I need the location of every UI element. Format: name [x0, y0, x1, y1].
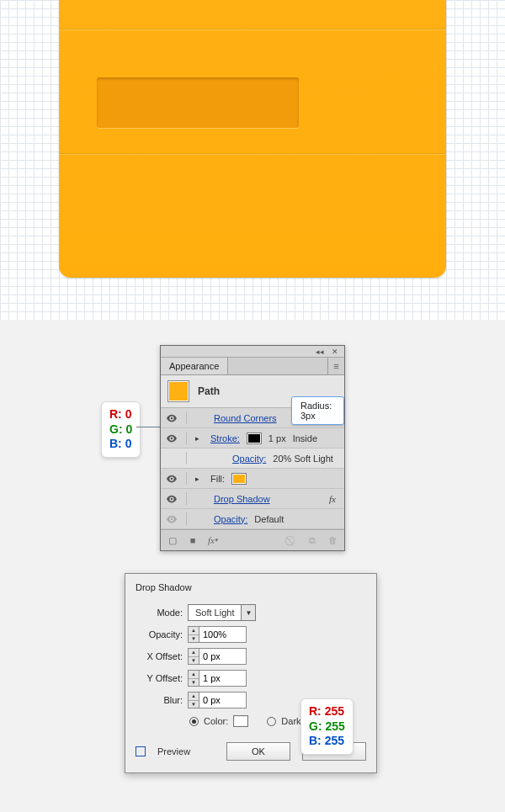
round-corners-link[interactable]: Round Corners — [214, 413, 277, 423]
envelope-fold-top — [59, 29, 446, 29]
visibility-toggle[interactable] — [166, 513, 178, 525]
spin-up-icon[interactable]: ▲ — [189, 649, 199, 657]
fill-color-swatch[interactable] — [231, 473, 247, 485]
target-swatch[interactable] — [167, 380, 189, 402]
radius-tooltip: Radius: 3px — [291, 396, 344, 425]
appearance-panel: ◂◂ ✕ Appearance ≡ Path Round Corners ▸ S… — [160, 345, 345, 551]
delete-icon[interactable]: 🗑 — [326, 533, 339, 547]
ok-button[interactable]: OK — [226, 742, 290, 761]
panel-close-icon[interactable]: ✕ — [329, 348, 341, 356]
stroke-align: Inside — [293, 433, 317, 443]
svg-point-0 — [171, 417, 173, 418]
blur-input[interactable] — [199, 692, 247, 709]
color-label: Color: — [204, 716, 228, 726]
fx-badge: fx — [329, 494, 339, 504]
xoffset-label: X Offset: — [136, 651, 183, 661]
yoffset-input[interactable] — [199, 670, 247, 687]
panel-stage: R: 0 G: 0 B: 0 ◂◂ ✕ Appearance ≡ Path Ro… — [0, 345, 505, 799]
spin-down-icon[interactable]: ▼ — [189, 657, 199, 665]
target-label: Path — [198, 385, 220, 397]
mode-label: Mode: — [136, 608, 183, 618]
panel-menu-icon[interactable]: ≡ — [327, 358, 344, 374]
stroke-weight[interactable]: 1 px — [268, 433, 286, 443]
visibility-toggle[interactable] — [166, 473, 178, 485]
opacity-input[interactable] — [199, 626, 247, 643]
visibility-toggle[interactable] — [166, 433, 178, 444]
row-stroke-opacity[interactable]: Opacity: 20% Soft Light — [161, 448, 344, 469]
color-swatch[interactable] — [233, 715, 248, 727]
opacity-link[interactable]: Opacity: — [214, 514, 247, 524]
row-opacity[interactable]: Opacity: Default — [161, 509, 344, 529]
rgb-g: G: 255 — [309, 719, 345, 735]
rgb-b: B: 255 — [309, 734, 345, 749]
panel-titlebar: ◂◂ ✕ — [161, 346, 344, 358]
stroke-color-swatch[interactable] — [247, 433, 262, 444]
row-xoffset: X Offset: ▲▼ — [136, 648, 366, 665]
panel-footer: ▢ ■ fx▾ ⃠ ⧉ 🗑 — [161, 529, 344, 550]
envelope-shape — [59, 0, 446, 278]
preview-checkbox[interactable] — [136, 746, 146, 756]
darkness-radio[interactable] — [267, 717, 276, 726]
stroke-rgb-callout: R: 0 G: 0 B: 0 — [101, 401, 141, 458]
new-fill-icon[interactable]: ■ — [186, 533, 199, 547]
spin-down-icon[interactable]: ▼ — [189, 701, 199, 709]
stroke-link[interactable]: Stroke: — [210, 433, 240, 443]
panel-tabstrip: Appearance ≡ — [161, 358, 344, 375]
color-radio[interactable] — [189, 717, 199, 726]
xoffset-input[interactable] — [199, 648, 247, 665]
mode-select[interactable]: Soft Light ▼ — [188, 604, 256, 621]
visibility-toggle[interactable] — [166, 493, 178, 505]
drop-shadow-link[interactable]: Drop Shadow — [214, 494, 270, 504]
mode-value: Soft Light — [189, 608, 241, 618]
preview-label: Preview — [157, 746, 190, 756]
row-mode: Mode: Soft Light ▼ — [136, 604, 366, 621]
chevron-down-icon[interactable]: ▼ — [241, 605, 255, 620]
disclosure-icon[interactable]: ▸ — [195, 434, 204, 443]
svg-point-3 — [171, 497, 173, 499]
row-fill[interactable]: ▸ Fill: — [161, 469, 344, 489]
fill-label: Fill: — [210, 474, 225, 484]
envelope-window — [97, 77, 299, 128]
spin-up-icon[interactable]: ▲ — [189, 627, 199, 635]
rgb-r: R: 255 — [309, 704, 345, 719]
dialog-title: Drop Shadow — [136, 582, 366, 592]
opacity-label: Opacity: — [136, 629, 183, 640]
opacity-spinner[interactable]: ▲▼ — [188, 626, 247, 643]
visibility-toggle[interactable] — [166, 412, 178, 424]
new-stroke-icon[interactable]: ▢ — [166, 533, 179, 547]
svg-point-4 — [171, 517, 173, 519]
clear-appearance-icon[interactable]: ⃠ — [285, 533, 299, 547]
stroke-opacity-link[interactable]: Opacity: — [232, 454, 266, 464]
spin-up-icon[interactable]: ▲ — [189, 671, 199, 679]
xoffset-spinner[interactable]: ▲▼ — [188, 648, 247, 665]
disclosure-icon[interactable]: ▸ — [195, 475, 204, 483]
yoffset-spinner[interactable]: ▲▼ — [188, 670, 247, 687]
rgb-b: B: 0 — [109, 437, 132, 452]
spin-up-icon[interactable]: ▲ — [189, 693, 199, 701]
spin-down-icon[interactable]: ▼ — [189, 679, 199, 687]
row-drop-shadow[interactable]: Drop Shadow fx — [161, 489, 344, 509]
duplicate-icon[interactable]: ⧉ — [306, 533, 319, 547]
opacity-value: Default — [254, 514, 284, 524]
panel-collapse-icon[interactable]: ◂◂ — [314, 348, 326, 356]
blur-label: Blur: — [136, 695, 183, 705]
svg-point-1 — [171, 437, 173, 438]
shadow-rgb-callout: R: 255 G: 255 B: 255 — [300, 698, 354, 755]
yoffset-label: Y Offset: — [136, 673, 183, 683]
blur-spinner[interactable]: ▲▼ — [188, 692, 247, 709]
spin-down-icon[interactable]: ▼ — [189, 635, 199, 643]
rgb-r: R: 0 — [109, 407, 132, 422]
row-yoffset: Y Offset: ▲▼ — [136, 670, 366, 687]
row-opacity: Opacity: ▲▼ — [136, 626, 366, 643]
add-effect-icon[interactable]: fx▾ — [206, 533, 220, 547]
stroke-opacity-value: 20% Soft Light — [273, 454, 333, 464]
tab-appearance[interactable]: Appearance — [161, 358, 228, 374]
svg-point-2 — [171, 477, 173, 479]
drop-shadow-dialog: Drop Shadow Mode: Soft Light ▼ Opacity: … — [125, 573, 377, 773]
envelope-fold-bottom — [59, 153, 446, 154]
row-stroke[interactable]: ▸ Stroke: 1 px Inside — [161, 428, 344, 448]
artboard-canvas — [0, 0, 505, 320]
rgb-g: G: 0 — [109, 422, 132, 438]
